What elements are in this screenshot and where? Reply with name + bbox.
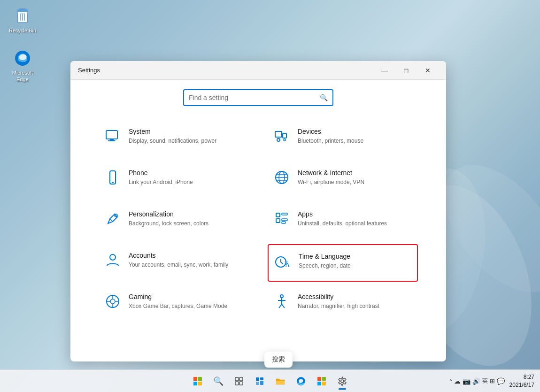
taskbar-widgets-button[interactable]	[250, 372, 269, 391]
tray-volume[interactable]: 🔊	[472, 377, 480, 385]
svg-point-43	[280, 295, 283, 298]
svg-point-38	[110, 299, 115, 304]
accessibility-text: Accessibility Narrator, magnifier, high …	[298, 293, 412, 310]
settings-item-phone[interactable]: Phone Link your Android, iPhone	[99, 161, 249, 199]
taskbar-center-icons: 🔍	[188, 372, 352, 391]
taskbar-store-button[interactable]	[312, 372, 331, 391]
system-title: System	[129, 128, 243, 135]
maximize-button[interactable]: ◻	[395, 61, 417, 80]
phone-icon	[104, 170, 121, 185]
recycle-bin-label: Recycle Bin	[9, 27, 36, 34]
svg-rect-56	[256, 377, 259, 381]
close-button[interactable]: ✕	[417, 61, 439, 80]
gaming-desc: Xbox Game Bar, captures, Game Mode	[129, 302, 243, 310]
gaming-title: Gaming	[129, 293, 243, 300]
tray-ime[interactable]: ⊞	[490, 377, 495, 384]
clock-date: 2021/6/17	[509, 381, 534, 389]
settings-item-personalization[interactable]: Personalization Background, lock screen,…	[99, 203, 249, 240]
desktop-icon-edge[interactable]: Microsoft Edge	[4, 47, 41, 85]
svg-rect-51	[198, 382, 202, 385]
svg-rect-12	[110, 139, 114, 140]
devices-icon	[273, 129, 290, 144]
apps-desc: Uninstall, defaults, optional features	[298, 220, 412, 228]
devices-text: Devices Bluetooth, printers, mouse	[298, 128, 412, 145]
settings-search-bar[interactable]: 🔍	[183, 89, 333, 106]
svg-rect-13	[108, 140, 116, 141]
settings-item-accounts[interactable]: Accounts Your accounts, email, sync, wor…	[99, 244, 249, 282]
settings-item-apps[interactable]: Apps Uninstall, defaults, optional featu…	[268, 203, 418, 240]
devices-desc: Bluetooth, printers, mouse	[298, 137, 412, 145]
devices-title: Devices	[298, 128, 412, 135]
taskbar-right: ^ ☁ 📷 🔊 英 ⊞ 💬 8:27 2021/6/17	[449, 372, 536, 390]
system-text: System Display, sound, notifications, po…	[129, 128, 243, 145]
tray-camera[interactable]: 📷	[463, 377, 471, 385]
taskbar-start-button[interactable]	[188, 372, 207, 391]
personalization-text: Personalization Background, lock screen,…	[129, 210, 243, 228]
svg-point-17	[284, 139, 285, 141]
taskbar-taskview-button[interactable]	[230, 372, 248, 391]
settings-title: Settings	[78, 67, 374, 74]
svg-rect-55	[239, 382, 243, 385]
svg-rect-63	[322, 377, 326, 381]
settings-item-accessibility[interactable]: Accessibility Narrator, magnifier, high …	[268, 285, 418, 323]
svg-rect-53	[239, 377, 243, 381]
settings-item-time-language[interactable]: A 字 Time & Language Speech, region, date	[268, 244, 418, 282]
time-language-text: Time & Language Speech, region, date	[299, 253, 411, 270]
system-icon	[104, 129, 121, 144]
svg-rect-49	[198, 377, 202, 381]
network-desc: Wi-Fi, airplane mode, VPN	[298, 178, 412, 186]
accounts-desc: Your accounts, email, sync, work, family	[129, 261, 243, 269]
settings-search-input[interactable]	[189, 94, 320, 101]
tray-chevron[interactable]: ^	[449, 378, 452, 384]
gaming-text: Gaming Xbox Game Bar, captures, Game Mod…	[129, 293, 243, 310]
taskbar-clock[interactable]: 8:27 2021/6/17	[508, 372, 536, 390]
apps-icon	[273, 211, 290, 226]
search-icon: 🔍	[320, 94, 328, 101]
phone-desc: Link your Android, iPhone	[129, 178, 243, 186]
tray-lang[interactable]: 英	[482, 377, 488, 385]
accessibility-icon	[273, 294, 290, 309]
svg-rect-52	[235, 377, 239, 381]
edge-label: Microsoft Edge	[6, 69, 39, 83]
tray-cloud[interactable]: ☁	[454, 377, 461, 385]
taskbar-edge-button[interactable]	[292, 372, 310, 391]
svg-rect-64	[317, 382, 321, 385]
window-controls: — ◻ ✕	[374, 61, 439, 80]
svg-line-34	[281, 262, 283, 264]
taskbar-system-tray: ^ ☁ 📷 🔊 英 ⊞ 💬	[449, 377, 504, 385]
svg-rect-28	[276, 219, 280, 223]
svg-rect-18	[110, 171, 116, 184]
settings-item-devices[interactable]: Devices Bluetooth, printers, mouse	[268, 120, 418, 158]
svg-rect-48	[193, 377, 197, 381]
accounts-icon	[104, 253, 121, 268]
settings-item-system[interactable]: System Display, sound, notifications, po…	[99, 120, 249, 158]
phone-text: Phone Link your Android, iPhone	[129, 169, 243, 186]
svg-rect-65	[322, 382, 326, 385]
minimize-button[interactable]: —	[374, 61, 395, 80]
phone-title: Phone	[129, 169, 243, 177]
svg-rect-26	[276, 213, 280, 217]
taskbar-settings-button[interactable]	[333, 372, 352, 391]
svg-rect-14	[275, 131, 282, 137]
notification-badge[interactable]: 💬	[497, 377, 505, 385]
desktop-icon-recycle-bin[interactable]: Recycle Bin	[4, 5, 41, 36]
accounts-text: Accounts Your accounts, email, sync, wor…	[129, 252, 243, 269]
apps-title: Apps	[298, 210, 412, 218]
svg-rect-50	[193, 382, 197, 385]
svg-rect-11	[106, 131, 117, 139]
accounts-title: Accounts	[129, 252, 243, 259]
taskbar-search-button[interactable]: 🔍	[209, 372, 228, 391]
settings-item-network[interactable]: Network & Internet Wi-Fi, airplane mode,…	[268, 161, 418, 199]
svg-text:字: 字	[285, 261, 288, 265]
network-text: Network & Internet Wi-Fi, airplane mode,…	[298, 169, 412, 186]
settings-item-gaming[interactable]: Gaming Xbox Game Bar, captures, Game Mod…	[99, 285, 249, 323]
svg-rect-27	[282, 213, 287, 215]
network-title: Network & Internet	[298, 169, 412, 177]
svg-rect-59	[260, 381, 263, 385]
personalization-title: Personalization	[129, 210, 243, 218]
taskbar-explorer-button[interactable]	[271, 372, 290, 391]
svg-line-47	[282, 304, 285, 308]
accessibility-desc: Narrator, magnifier, high contrast	[298, 302, 412, 310]
svg-line-46	[279, 304, 282, 308]
svg-rect-54	[235, 382, 239, 385]
